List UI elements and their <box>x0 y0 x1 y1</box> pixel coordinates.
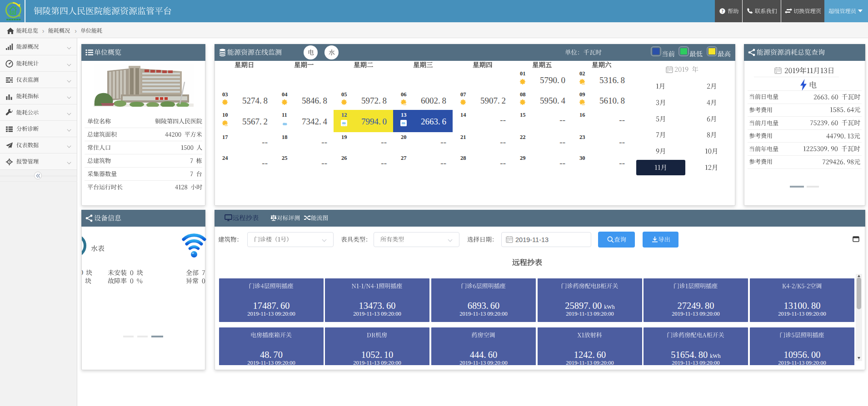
svg-text:?: ? <box>721 9 723 14</box>
